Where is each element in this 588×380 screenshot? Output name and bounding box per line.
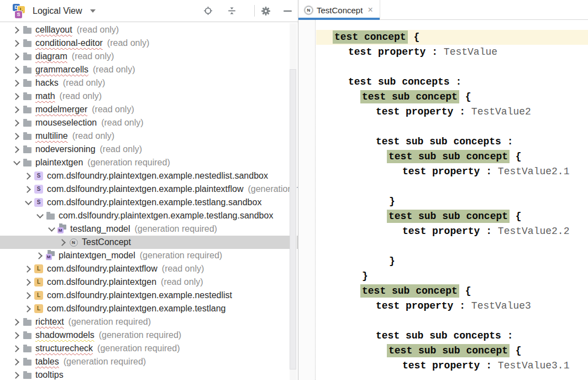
tree-item-status: (generation required) [99, 330, 181, 340]
folder-icon [22, 79, 32, 88]
chevron-right-icon[interactable] [12, 79, 21, 87]
code-line[interactable]: test property : TestValue3 [316, 299, 588, 314]
chevron-right-icon[interactable] [12, 145, 21, 154]
code-line[interactable]: test sub sub concept { [316, 343, 588, 358]
code-line[interactable]: test sub sub concepts : [316, 329, 588, 343]
tree-item-testlang-model[interactable]: Mtestlang_model(generation required) [0, 222, 298, 236]
folder-icon [22, 344, 32, 353]
tree-item-com-dslfoundry-plaintextgen-example-nestedlist[interactable]: Lcom.dslfoundry.plaintextgen.example.nes… [0, 289, 298, 302]
code-line[interactable]: test property : TestValue2.1 [316, 164, 588, 179]
chevron-right-icon[interactable] [12, 317, 21, 326]
mps-window: D L S Logical View [0, 0, 588, 380]
tree-item-testconcept[interactable]: NTestConcept [0, 236, 298, 249]
panel-divider[interactable] [298, 0, 298, 380]
chevron-right-icon[interactable] [12, 25, 21, 34]
folder-icon [23, 67, 32, 74]
chevron-right-icon[interactable] [12, 92, 21, 101]
tree-scrollbar-thumb[interactable] [290, 69, 296, 369]
chevron-right-icon[interactable] [24, 264, 33, 273]
chevron-down-icon[interactable] [24, 198, 33, 207]
chevron-right-icon[interactable] [12, 331, 21, 340]
tree-item-shadowmodels[interactable]: shadowmodels(generation required) [0, 329, 298, 342]
tree-item-multiline[interactable]: multiline(read only) [0, 129, 298, 143]
code-line[interactable] [316, 179, 588, 194]
chevron-right-icon[interactable] [12, 52, 21, 61]
tree-item-plaintextgen[interactable]: plaintextgen(generation required) [0, 156, 298, 169]
target-icon[interactable] [203, 6, 213, 16]
code-line[interactable]: test property : TestValue [316, 45, 588, 60]
chevron-right-icon[interactable] [24, 291, 33, 300]
chevron-right-icon[interactable] [24, 304, 33, 313]
code-line[interactable]: test property : TestValue2 [316, 105, 588, 119]
chevron-right-icon[interactable] [12, 132, 21, 140]
tree-item-celllayout[interactable]: celllayout(read only) [0, 23, 298, 37]
chevron-down-icon[interactable] [12, 158, 21, 167]
code-line[interactable]: } [316, 194, 588, 209]
code-line[interactable] [316, 60, 588, 75]
close-icon[interactable]: × [368, 6, 372, 14]
tab-testconcept[interactable]: N TestConcept × [298, 0, 380, 20]
tree-item-com-dslfoundry-plaintextgen-example-testlang[interactable]: Lcom.dslfoundry.plaintextgen.example.tes… [0, 302, 298, 315]
tree-item-tooltips[interactable]: tooltips [0, 368, 298, 380]
tree-item-tables[interactable]: tables(generation required) [0, 355, 298, 368]
tree-item-modelmerger[interactable]: modelmerger(read only) [0, 103, 298, 116]
chevron-down-icon[interactable] [35, 211, 44, 220]
view-selector[interactable]: D L S Logical View [11, 3, 96, 19]
tree-item-grammarcells[interactable]: grammarcells(read only) [0, 63, 298, 76]
code-line[interactable]: test sub concept { [316, 284, 588, 299]
code-line[interactable]: test property : TestValue3.1 [316, 358, 588, 373]
tree-item-com-dslfoundry-plaintextgen[interactable]: Lcom.dslfoundry.plaintextgen(read only) [0, 275, 298, 289]
chevron-right-icon[interactable] [24, 278, 33, 287]
tree-item-com-dslfoundry-plaintextgen-example-testlang-sandbox[interactable]: Scom.dslfoundry.plaintextgen.example.tes… [0, 196, 298, 209]
code-line[interactable]: } [316, 254, 588, 269]
chevron-right-icon[interactable] [12, 105, 21, 114]
code-line[interactable] [316, 119, 588, 134]
tree-item-mouseselection[interactable]: mouseselection(read only) [0, 116, 298, 129]
folder-icon [45, 211, 55, 221]
tree-item-com-dslfoundry-plaintextgen-example-nestedlist-sandbox[interactable]: Scom.dslfoundry.plaintextgen.example.nes… [0, 169, 298, 183]
code-editor: test concept {test property : TestValuet… [298, 20, 588, 380]
tool-window-toolbar [203, 5, 298, 17]
tree-item-structurecheck[interactable]: structurecheck(generation required) [0, 342, 298, 355]
tree-item-com-dslfoundry-plaintextgen-example-testlang-sandbox[interactable]: com.dslfoundry.plaintextgen.example.test… [0, 209, 298, 222]
chevron-right-icon[interactable] [12, 344, 21, 353]
chevron-right-icon[interactable] [12, 65, 21, 74]
tree-item-plaintextgen-model[interactable]: Mplaintextgen_model(generation required) [0, 249, 298, 262]
tree-item-nodeversioning[interactable]: nodeversioning(read only) [0, 143, 298, 156]
chevron-right-icon[interactable] [24, 171, 33, 180]
code-line[interactable]: test sub concepts : [316, 75, 588, 90]
code-line[interactable] [316, 314, 588, 329]
code-line[interactable]: } [316, 269, 588, 284]
chevron-right-icon[interactable] [35, 251, 44, 260]
tree-item-status: (read only) [77, 25, 119, 35]
tree-item-math[interactable]: math(read only) [0, 90, 298, 103]
tree-item-label: com.dslfoundry.plaintextgen.example.plai… [47, 184, 243, 194]
code-line[interactable]: test sub sub concepts : [316, 134, 588, 149]
code-line[interactable]: test sub sub concept { [316, 209, 588, 224]
code-line[interactable]: test concept { [316, 30, 588, 45]
collapse-all-icon[interactable] [227, 6, 237, 16]
chevron-right-icon[interactable] [12, 118, 21, 127]
chevron-right-icon[interactable] [59, 238, 67, 247]
tree-item-label: TestConcept [82, 237, 131, 247]
code-line[interactable]: test property : TestValue2.2 [316, 224, 588, 239]
chevron-right-icon[interactable] [24, 185, 33, 194]
tree-item-com-dslfoundry-plaintextflow[interactable]: Lcom.dslfoundry.plaintextflow(read only) [0, 262, 298, 275]
chevron-right-icon[interactable] [12, 39, 21, 48]
tree-item-conditional-editor[interactable]: conditional-editor(read only) [0, 37, 298, 50]
code-line[interactable]: test sub concept { [316, 90, 588, 105]
minimize-icon[interactable] [282, 6, 292, 16]
chevron-right-icon[interactable] [12, 357, 21, 366]
code-line[interactable]: test sub sub concept { [316, 149, 588, 164]
code-line[interactable] [316, 239, 588, 254]
tree-item-diagram[interactable]: diagram(read only) [0, 50, 298, 63]
tree-item-com-dslfoundry-plaintextgen-example-plaintextflow[interactable]: Scom.dslfoundry.plaintextgen.example.pla… [0, 183, 298, 196]
tree-scrollbar[interactable] [290, 23, 297, 380]
settings-gear-icon[interactable] [261, 6, 271, 16]
tree-item-hacks[interactable]: hacks(read only) [0, 76, 298, 90]
tree-item-richtext[interactable]: richtext(generation required) [0, 315, 298, 329]
folder-icon [22, 317, 32, 327]
code-keyword: } [362, 270, 368, 282]
chevron-right-icon[interactable] [12, 371, 21, 379]
chevron-down-icon[interactable] [47, 225, 56, 233]
